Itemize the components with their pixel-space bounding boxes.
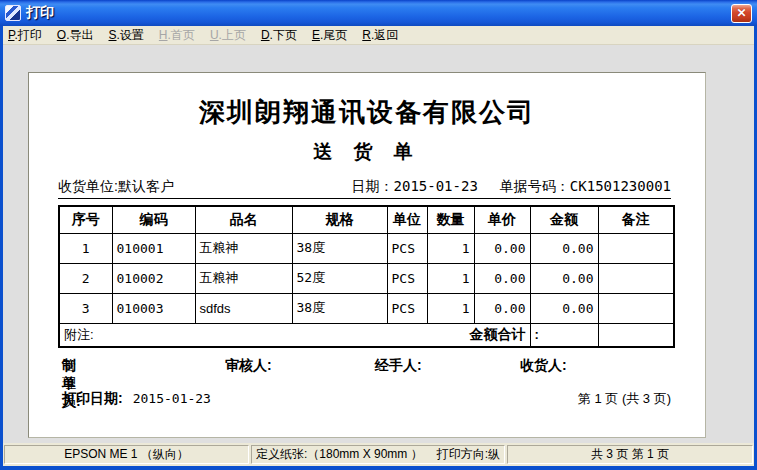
table-row: 3 010003 sdfds 38度 PCS 1 0.00 0.00 (59, 293, 674, 323)
toolbar-button-print[interactable]: P.打印 (8, 27, 42, 44)
company-name: 深圳朗翔通讯设备有限公司 (29, 95, 705, 130)
toolbar-button-prev-page[interactable]: U.上页 (210, 27, 246, 44)
toolbar-label: .设置 (117, 28, 144, 42)
cell-unit: PCS (387, 263, 427, 293)
maker-value: 管理员 (62, 357, 76, 411)
accel-key: U (210, 28, 219, 42)
toolbar-button-next-page[interactable]: D.下页 (261, 27, 297, 44)
cell-spec: 38度 (292, 293, 387, 323)
cell-unit: PCS (387, 293, 427, 323)
col-header-product: 品名 (195, 206, 292, 233)
date-docno-field: 日期：2015-01-23单据号码：CK1501230001 (352, 178, 671, 196)
close-button[interactable]: ✕ (731, 4, 752, 23)
cell-amount: 0.00 (530, 233, 598, 263)
print-orientation: 打印方向:纵 (437, 446, 500, 463)
toolbar-label: .打印 (14, 28, 41, 42)
col-header-spec: 规格 (292, 206, 387, 233)
cell-price: 0.00 (474, 263, 530, 293)
col-header-seq: 序号 (59, 206, 112, 233)
toolbar-button-settings[interactable]: S.设置 (109, 27, 144, 44)
accel-key: E (312, 28, 320, 42)
cell-price: 0.00 (474, 233, 530, 263)
cell-unit: PCS (387, 233, 427, 263)
notes-remark-cell (598, 323, 674, 347)
cell-seq: 2 (59, 263, 112, 293)
notes-cell: 附注: 金额合计 (59, 323, 530, 347)
toolbar-label: .尾页 (320, 28, 347, 42)
cell-spec: 38度 (292, 233, 387, 263)
window-bottom-border (0, 466, 757, 470)
cell-seq: 1 (59, 233, 112, 263)
toolbar-button-back[interactable]: R.返回 (362, 27, 398, 44)
cell-price: 0.00 (474, 293, 530, 323)
auditor-label: 审核人: (225, 357, 272, 375)
print-date-field: 打印日期:2015-01-23 (62, 390, 211, 408)
customer-value: 默认客户 (118, 178, 174, 194)
receiver-label: 收货人: (520, 357, 567, 375)
titlebar[interactable]: 打印 ✕ (0, 0, 757, 26)
cell-product: 五粮神 (195, 263, 292, 293)
toolbar-button-last-page[interactable]: E.尾页 (312, 27, 347, 44)
col-header-qty: 数量 (427, 206, 474, 233)
doc-no-value: CK1501230001 (570, 178, 671, 194)
cell-qty: 1 (427, 263, 474, 293)
print-window: 打印 ✕ P.打印 O.导出 S.设置 H.首页 U.上页 D.下页 E.尾页 … (0, 0, 757, 470)
cell-code: 010003 (112, 293, 195, 323)
cell-remark (598, 293, 674, 323)
print-date-value: 2015-01-23 (133, 391, 211, 406)
statusbar-pages: 共 3 页 第 1 页 (507, 445, 753, 464)
statusbar: EPSON ME 1 （纵向） 定义纸张:（180mm X 90mm ）打印方向… (3, 443, 754, 466)
accel-key: R (362, 28, 371, 42)
statusbar-printer: EPSON ME 1 （纵向） (4, 445, 249, 464)
total-value-cell: : (530, 323, 598, 347)
statusbar-paper: 定义纸张:（180mm X 90mm ）打印方向:纵 (251, 445, 505, 464)
table-row: 2 010002 五粮神 52度 PCS 1 0.00 0.00 (59, 263, 674, 293)
total-label: 金额合计 (470, 326, 526, 344)
window-frame: P.打印 O.导出 S.设置 H.首页 U.上页 D.下页 E.尾页 R.返回 … (0, 26, 757, 466)
cell-remark (598, 263, 674, 293)
total-colon: : (535, 327, 539, 342)
document-title: 送 货 单 (29, 139, 705, 165)
cell-remark (598, 233, 674, 263)
cell-seq: 3 (59, 293, 112, 323)
col-header-price: 单价 (474, 206, 530, 233)
cell-amount: 0.00 (530, 263, 598, 293)
document-page: 深圳朗翔通讯设备有限公司 送 货 单 收货单位:默认客户 日期：2015-01-… (28, 72, 706, 438)
signature-row: 制单人:管理员 审核人: 经手人: 收货人: (29, 357, 705, 377)
accel-key: H (159, 28, 168, 42)
col-header-amount: 金额 (530, 206, 598, 233)
cell-code: 010001 (112, 233, 195, 263)
cell-spec: 52度 (292, 263, 387, 293)
toolbar-button-first-page[interactable]: H.首页 (159, 27, 195, 44)
toolbar-label: .返回 (371, 28, 398, 42)
cell-code: 010002 (112, 263, 195, 293)
cell-qty: 1 (427, 233, 474, 263)
date-label: 日期： (352, 178, 394, 194)
preview-area: 深圳朗翔通讯设备有限公司 送 货 单 收货单位:默认客户 日期：2015-01-… (3, 45, 754, 443)
customer-label: 收货单位: (58, 178, 118, 194)
toolbar-label: .下页 (270, 28, 297, 42)
window-title: 打印 (26, 4, 731, 22)
paper-size: 定义纸张:（180mm X 90mm ） (256, 446, 423, 463)
notes-total-row: 附注: 金额合计 : (59, 323, 674, 347)
doc-no-label: 单据号码： (500, 178, 570, 194)
close-icon: ✕ (736, 6, 746, 20)
col-header-code: 编码 (112, 206, 195, 233)
app-icon (5, 5, 21, 21)
toolbar-label: .上页 (219, 28, 246, 42)
handler-label: 经手人: (375, 357, 422, 375)
cell-amount: 0.00 (530, 293, 598, 323)
toolbar: P.打印 O.导出 S.设置 H.首页 U.上页 D.下页 E.尾页 R.返回 (3, 26, 754, 45)
page-info: 第 1 页 (共 3 页) (578, 390, 671, 408)
accel-key: D (261, 28, 270, 42)
col-header-unit: 单位 (387, 206, 427, 233)
table-row: 1 010001 五粮神 38度 PCS 1 0.00 0.00 (59, 233, 674, 263)
date-value: 2015-01-23 (394, 178, 478, 194)
customer-field: 收货单位:默认客户 (58, 178, 174, 196)
cell-product: 五粮神 (195, 233, 292, 263)
table-header-row: 序号 编码 品名 规格 单位 数量 单价 金额 备注 (59, 206, 674, 233)
notes-label: 附注: (64, 326, 94, 344)
toolbar-button-export[interactable]: O.导出 (57, 27, 94, 44)
toolbar-label: .首页 (168, 28, 195, 42)
col-header-remark: 备注 (598, 206, 674, 233)
